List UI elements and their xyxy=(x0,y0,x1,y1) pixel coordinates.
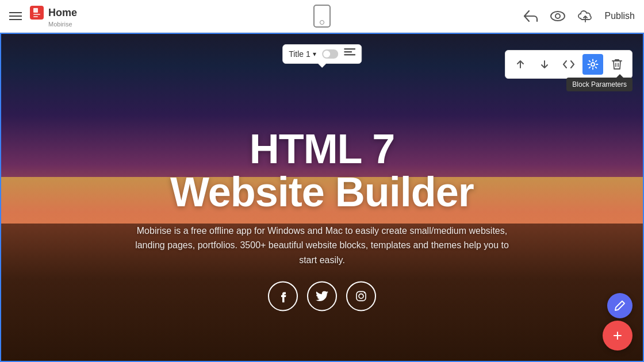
hero-description: Mobirise is a free offline app for Windo… xyxy=(126,224,518,268)
svg-point-9 xyxy=(591,63,595,66)
preview-icon[interactable] xyxy=(550,10,566,22)
svg-point-11 xyxy=(359,294,363,299)
title-popover-box: Title 1 ▾ xyxy=(282,44,362,64)
svg-point-4 xyxy=(551,11,565,21)
svg-point-12 xyxy=(364,293,365,294)
publish-label: Publish xyxy=(605,11,635,21)
facebook-icon[interactable] xyxy=(268,282,298,311)
fab-edit-button[interactable] xyxy=(607,293,632,318)
twitter-icon[interactable] xyxy=(307,282,337,311)
svg-rect-2 xyxy=(33,14,40,15)
svg-rect-8 xyxy=(344,54,355,56)
svg-rect-6 xyxy=(344,48,355,50)
title-popover: Title 1 ▾ xyxy=(282,44,362,64)
social-icons xyxy=(64,282,580,311)
publish-button[interactable]: Publish xyxy=(605,11,635,21)
svg-rect-7 xyxy=(344,51,352,53)
instagram-icon[interactable] xyxy=(346,282,376,311)
move-down-button[interactable] xyxy=(534,54,555,75)
hero-content: HTML 7 Website Builder Mobirise is a fre… xyxy=(64,128,580,311)
logo-area: Home Mobirise xyxy=(29,5,77,28)
logo-row: Home xyxy=(29,5,77,21)
hero-title: HTML 7 Website Builder xyxy=(64,128,580,214)
topbar: Home Mobirise xyxy=(0,0,644,33)
svg-point-5 xyxy=(555,14,560,18)
topbar-right: Publish xyxy=(523,9,635,23)
align-icon[interactable] xyxy=(344,48,355,60)
code-button[interactable] xyxy=(558,54,579,75)
title-selector[interactable]: Title 1 ▾ xyxy=(289,49,316,59)
block-toolbar xyxy=(505,50,632,79)
delete-button[interactable] xyxy=(607,54,627,75)
move-up-button[interactable] xyxy=(510,54,531,75)
app-logo-icon xyxy=(29,5,45,21)
upload-icon[interactable] xyxy=(577,9,593,23)
hamburger-icon[interactable] xyxy=(9,12,22,20)
topbar-left: Home Mobirise xyxy=(9,5,77,28)
back-icon[interactable] xyxy=(523,10,538,22)
app-subname: Mobirise xyxy=(48,21,77,28)
block-params-tooltip: Block Parameters xyxy=(566,78,632,91)
svg-rect-1 xyxy=(33,8,38,13)
topbar-center xyxy=(313,5,331,28)
svg-rect-3 xyxy=(33,16,38,17)
visibility-toggle[interactable] xyxy=(322,49,338,59)
app-name: Home xyxy=(48,7,77,19)
fab-add-button[interactable]: + xyxy=(603,321,632,351)
settings-button[interactable] xyxy=(582,54,603,75)
mobile-icon[interactable] xyxy=(313,5,331,28)
main-content: Title 1 ▾ xyxy=(0,33,644,362)
